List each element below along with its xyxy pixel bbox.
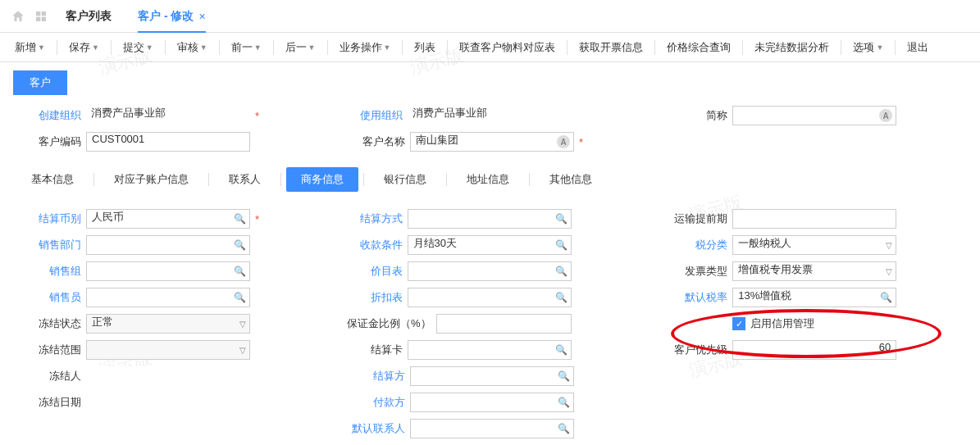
creditmgmt-checkbox[interactable]: ✓启用信用管理 (732, 316, 814, 331)
search-icon[interactable]: 🔍 (558, 397, 570, 408)
freezer-label: 冻结人 (16, 369, 86, 384)
search-icon[interactable]: 🔍 (234, 266, 246, 277)
chevron-down-icon: ▼ (254, 43, 262, 52)
create-org-field[interactable]: 消费产品事业部 (86, 106, 250, 125)
currency-label: 结算币别 (16, 211, 86, 226)
tab-customer-list[interactable]: 客户列表 (56, 0, 121, 33)
search-icon[interactable]: 🔍 (558, 423, 570, 434)
toolbar: 新增▼ 保存▼ 提交▼ 审核▼ 前一▼ 后一▼ 业务操作▼ 列表 联查客户物料对… (0, 33, 980, 62)
new-button[interactable]: 新增▼ (10, 36, 50, 59)
settlecard-label: 结算卡 (338, 343, 408, 357)
search-icon[interactable]: 🔍 (555, 344, 567, 356)
tab-subacct[interactable]: 对应子账户信息 (99, 167, 203, 192)
currency-field[interactable]: 人民币🔍 (86, 209, 250, 229)
next-button[interactable]: 后一▼ (280, 36, 321, 59)
salesman-label: 销售员 (16, 290, 86, 305)
assist-icon[interactable]: A (557, 135, 570, 148)
tab-basic[interactable]: 基本信息 (16, 167, 89, 192)
payterm-field[interactable]: 月结30天🔍 (408, 235, 572, 255)
chevron-down-icon: ▼ (38, 43, 45, 52)
salesdept-label: 销售部门 (16, 238, 86, 252)
shiplead-label: 运输提前期 (663, 211, 732, 226)
options-button[interactable]: 选项▼ (848, 36, 888, 59)
bizop-button[interactable]: 业务操作▼ (335, 36, 396, 59)
search-icon[interactable]: 🔍 (555, 266, 567, 277)
section-tab-customer[interactable]: 客户 (13, 70, 67, 95)
chevron-down-icon: ▼ (876, 43, 883, 52)
taxcat-field[interactable]: 一般纳税人▽ (732, 235, 896, 255)
shortname-field[interactable]: A (732, 106, 896, 125)
name-field[interactable]: 南山集团A (410, 132, 574, 152)
search-icon[interactable]: 🔍 (234, 239, 246, 251)
freezer-field (86, 366, 250, 386)
freezestate-field[interactable]: 正常▽ (86, 314, 250, 334)
top-tab-bar: 客户列表 客户 - 修改× (0, 0, 980, 33)
save-button[interactable]: 保存▼ (64, 36, 104, 59)
tab-biz[interactable]: 商务信息 (286, 167, 358, 192)
exit-button[interactable]: 退出 (902, 36, 933, 59)
tab-other[interactable]: 其他信息 (535, 167, 607, 192)
chevron-down-icon: ▼ (308, 43, 316, 52)
search-icon[interactable]: 🔍 (555, 213, 567, 225)
audit-button[interactable]: 审核▼ (172, 36, 212, 59)
salesgroup-label: 销售组 (16, 264, 86, 279)
invoicetype-field[interactable]: 增值税专用发票▽ (732, 261, 896, 281)
salesdept-field[interactable]: 🔍 (86, 235, 250, 255)
search-icon[interactable]: 🔍 (880, 292, 892, 303)
salesgroup-field[interactable]: 🔍 (86, 261, 250, 281)
chevron-down-icon[interactable]: ▽ (239, 346, 246, 355)
chevron-down-icon[interactable]: ▽ (886, 267, 892, 276)
list-button[interactable]: 列表 (409, 36, 440, 59)
shortname-label: 简称 (663, 108, 732, 123)
pricelist-field[interactable]: 🔍 (408, 261, 572, 281)
inner-tab-bar: 基本信息 对应子账户信息 联系人 商务信息 银行信息 地址信息 其他信息 (0, 157, 980, 198)
tab-bank[interactable]: 银行信息 (369, 167, 441, 192)
unsettled-button[interactable]: 未完结数据分析 (750, 36, 834, 59)
name-label: 客户名称 (340, 134, 410, 149)
tab-contact[interactable]: 联系人 (214, 167, 276, 192)
search-icon[interactable]: 🔍 (555, 292, 567, 303)
priority-field[interactable]: 60 (732, 340, 896, 360)
crossref-button[interactable]: 联查客户物料对应表 (454, 36, 560, 59)
chevron-down-icon[interactable]: ▽ (886, 241, 892, 250)
svg-rect-1 (42, 11, 46, 16)
required-icon: * (255, 110, 259, 122)
assist-icon[interactable]: A (879, 109, 892, 122)
pricequery-button[interactable]: 价格综合查询 (662, 36, 736, 59)
check-icon: ✓ (732, 317, 745, 330)
defcontact-field[interactable]: 🔍 (410, 419, 574, 438)
search-icon[interactable]: 🔍 (234, 292, 246, 303)
settleparty-label: 结算方 (340, 369, 410, 384)
svg-rect-0 (36, 11, 40, 16)
deftax-field[interactable]: 13%增值税🔍 (732, 288, 896, 307)
freezedate-label: 冻结日期 (16, 395, 86, 410)
salesman-field[interactable]: 🔍 (86, 288, 250, 307)
settleparty-field[interactable]: 🔍 (410, 366, 574, 386)
home-icon[interactable] (10, 8, 26, 25)
search-icon[interactable]: 🔍 (555, 239, 567, 251)
invoice-button[interactable]: 获取开票信息 (574, 36, 648, 59)
search-icon[interactable]: 🔍 (558, 370, 570, 382)
settlecard-field[interactable]: 🔍 (408, 340, 572, 360)
close-icon[interactable]: × (198, 10, 205, 23)
payer-field[interactable]: 🔍 (410, 393, 574, 412)
settletype-field[interactable]: 🔍 (408, 209, 572, 229)
deftax-label: 默认税率 (663, 290, 732, 305)
depositratio-field[interactable] (436, 314, 572, 334)
freezescope-label: 冻结范围 (16, 343, 86, 357)
prev-button[interactable]: 前一▼ (226, 36, 267, 59)
tab-addr[interactable]: 地址信息 (452, 167, 524, 192)
svg-rect-3 (42, 16, 46, 20)
settletype-label: 结算方式 (338, 211, 408, 226)
apps-icon[interactable] (33, 8, 49, 25)
shiplead-field[interactable] (732, 209, 896, 229)
code-field[interactable]: CUST0001 (86, 132, 250, 152)
use-org-field[interactable]: 消费产品事业部 (408, 106, 572, 125)
chevron-down-icon[interactable]: ▽ (239, 320, 246, 329)
discount-field[interactable]: 🔍 (408, 288, 572, 307)
payterm-label: 收款条件 (338, 238, 408, 252)
tab-customer-edit[interactable]: 客户 - 修改× (128, 0, 216, 33)
freezescope-field[interactable]: ▽ (86, 340, 250, 360)
search-icon[interactable]: 🔍 (234, 213, 246, 225)
submit-button[interactable]: 提交▼ (118, 36, 158, 59)
